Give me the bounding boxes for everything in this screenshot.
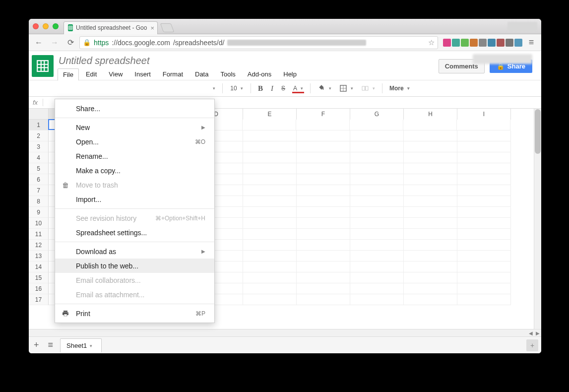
extension-icon[interactable] [488, 39, 496, 47]
vertical-scrollbar[interactable] [534, 109, 541, 329]
cell[interactable] [297, 131, 350, 141]
cell[interactable] [243, 141, 297, 152]
column-header-H[interactable]: H [404, 109, 457, 120]
cell[interactable] [457, 240, 511, 251]
cell[interactable] [457, 294, 511, 305]
cell[interactable] [404, 131, 457, 141]
cell[interactable] [297, 229, 350, 240]
cell[interactable] [243, 196, 297, 207]
reload-button[interactable]: ⟳ [63, 36, 77, 49]
menu-edit[interactable]: Edit [81, 68, 102, 81]
bookmark-star-icon[interactable]: ☆ [428, 38, 435, 47]
cell[interactable] [350, 163, 404, 174]
explore-button[interactable] [526, 339, 538, 351]
menu-new[interactable]: New▶ [55, 120, 214, 134]
cell[interactable] [350, 185, 404, 196]
cell[interactable] [297, 240, 350, 251]
cell[interactable] [243, 185, 297, 196]
minimize-window-button[interactable] [43, 23, 49, 29]
row-header[interactable]: 10 [29, 218, 49, 229]
cell[interactable] [350, 152, 404, 163]
cell[interactable] [350, 120, 403, 131]
menu-tools[interactable]: Tools [215, 68, 240, 81]
cell[interactable] [404, 229, 457, 240]
cell[interactable] [297, 196, 350, 207]
column-header-F[interactable]: F [297, 109, 350, 120]
row-header[interactable]: 2 [29, 131, 49, 141]
row-header[interactable]: 4 [29, 152, 49, 163]
menu-file[interactable]: File [58, 68, 79, 81]
cell[interactable] [243, 218, 297, 229]
row-header[interactable]: 7 [29, 185, 49, 196]
menu-help[interactable]: Help [278, 68, 302, 81]
font-size-dropdown[interactable]: 10 [227, 83, 247, 94]
extension-icon[interactable] [479, 39, 487, 47]
row-header[interactable]: 11 [29, 229, 49, 240]
cell[interactable] [297, 185, 350, 196]
cell[interactable] [457, 272, 511, 283]
extension-icon[interactable] [506, 39, 513, 47]
cell[interactable] [350, 229, 404, 240]
menu-addons[interactable]: Add-ons [243, 68, 276, 81]
cell[interactable] [457, 261, 511, 272]
cell[interactable] [350, 272, 404, 283]
cell[interactable] [457, 120, 510, 131]
extension-icon[interactable] [470, 39, 478, 47]
maximize-window-button[interactable] [53, 23, 59, 29]
cell[interactable] [297, 174, 350, 185]
cell[interactable] [350, 131, 404, 141]
extension-icon[interactable] [461, 39, 469, 47]
cell[interactable] [457, 174, 511, 185]
cell[interactable] [404, 218, 457, 229]
column-header-E[interactable]: E [243, 109, 297, 120]
row-header[interactable]: 13 [29, 251, 49, 261]
cell[interactable] [243, 152, 297, 163]
extension-icon[interactable] [497, 39, 505, 47]
all-sheets-button[interactable]: ≡ [46, 340, 56, 350]
sheet-tab-menu-icon[interactable]: ▾ [90, 343, 92, 348]
cell[interactable] [457, 185, 511, 196]
cell[interactable] [350, 174, 404, 185]
cell[interactable] [404, 152, 457, 163]
menu-publish-to-web[interactable]: Publish to the web... [55, 259, 214, 273]
cell[interactable] [404, 207, 457, 218]
cell[interactable] [297, 261, 350, 272]
menu-download-as[interactable]: Download as▶ [55, 244, 214, 259]
menu-spreadsheet-settings[interactable]: Spreadsheet settings... [55, 225, 214, 240]
cell[interactable] [350, 251, 404, 261]
cell[interactable] [457, 207, 511, 218]
close-tab-icon[interactable]: × [150, 24, 154, 32]
cell[interactable] [457, 141, 511, 152]
cell[interactable] [457, 131, 511, 141]
menu-share[interactable]: Share... [55, 101, 214, 116]
merge-cells-button[interactable] [358, 82, 378, 94]
back-button[interactable]: ← [32, 36, 46, 49]
column-header-G[interactable]: G [350, 109, 404, 120]
cell[interactable] [243, 272, 297, 283]
italic-button[interactable]: I [268, 82, 276, 95]
row-header[interactable]: 17 [29, 294, 49, 305]
cell[interactable] [297, 283, 350, 294]
row-header[interactable]: 5 [29, 163, 49, 174]
borders-button[interactable] [336, 82, 356, 94]
row-header[interactable]: 16 [29, 283, 49, 294]
menu-view[interactable]: View [104, 68, 127, 81]
cell[interactable] [404, 294, 457, 305]
row-header[interactable]: 6 [29, 174, 49, 185]
menu-rename[interactable]: Rename... [55, 149, 214, 163]
menu-import[interactable]: Import... [55, 192, 214, 206]
cell[interactable] [404, 174, 457, 185]
horizontal-scrollbar[interactable]: ◀▶ [29, 329, 541, 336]
cell[interactable] [297, 141, 350, 152]
menu-data[interactable]: Data [190, 68, 213, 81]
select-all-corner[interactable] [29, 109, 49, 120]
bold-button[interactable]: B [255, 82, 266, 95]
cell[interactable] [297, 152, 350, 163]
extension-icon[interactable] [514, 39, 522, 47]
cell[interactable] [404, 141, 457, 152]
menu-make-copy[interactable]: Make a copy... [55, 163, 214, 178]
cell[interactable] [243, 174, 297, 185]
cell[interactable] [457, 229, 511, 240]
row-header[interactable]: 8 [29, 196, 49, 207]
cell[interactable] [404, 185, 457, 196]
